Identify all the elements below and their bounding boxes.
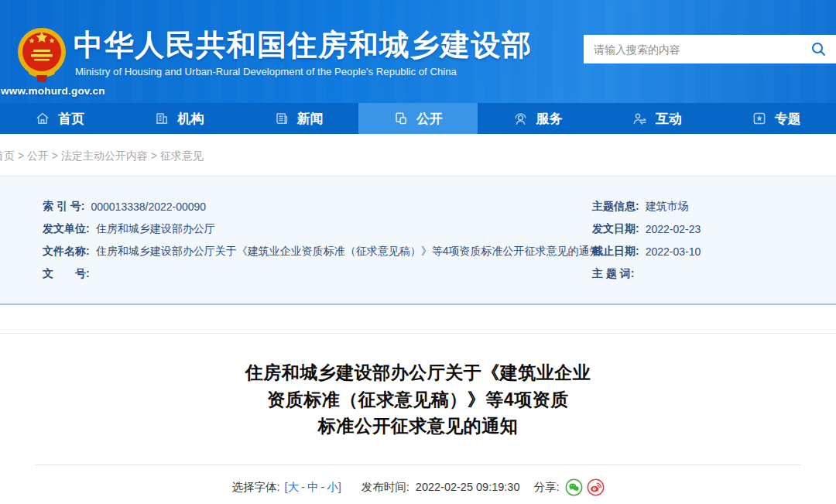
search-icon (810, 41, 827, 57)
article-meta-bar: 选择字体: [ 大 - 中 - 小 ] 发布时间: 2022-02-25 09:… (0, 475, 836, 499)
article-title-line: 资质标准（征求意见稿）》等4项资质 (0, 386, 836, 413)
font-select-label: 选择字体: (232, 480, 280, 495)
meta-column-left: 索 引 号: 000013338/2022-00090 发文单位: 住房和城乡建… (43, 195, 600, 285)
meta-value: 建筑市场 (646, 200, 689, 214)
meta-row-keywords: 主 题 词: (592, 262, 701, 285)
nav-item-label: 新闻 (297, 110, 324, 128)
font-size-small-button[interactable]: 小 (327, 480, 338, 495)
meta-row-document-number: 文 号: (43, 262, 600, 285)
article-title-line: 标准公开征求意见的通知 (0, 413, 836, 440)
article-title-line: 住房和城乡建设部办公厅关于《建筑业企业 (0, 359, 836, 386)
site-title: 中华人民共和国住房和城乡建设部 (74, 26, 533, 65)
nav-item-interaction[interactable]: 互动 (597, 103, 716, 134)
organization-icon (154, 111, 170, 126)
meta-row-index-number: 索 引 号: 000013338/2022-00090 (43, 195, 600, 218)
news-icon (274, 111, 290, 126)
share-label: 分享: (533, 480, 559, 495)
meta-label: 主 题 词: (592, 267, 634, 281)
document-meta-panel: 索 引 号: 000013338/2022-00090 发文单位: 住房和城乡建… (0, 176, 836, 305)
national-emblem-icon (16, 24, 67, 85)
search-input[interactable] (584, 35, 800, 63)
meta-label: 截止日期: (592, 245, 639, 259)
nav-item-topics[interactable]: 专题 (717, 103, 836, 134)
font-size-large-button[interactable]: 大 (288, 480, 300, 495)
search-button[interactable] (800, 35, 836, 63)
meta-row-topic-info: 主题信息: 建筑市场 (592, 195, 701, 218)
meta-value: 000013338/2022-00090 (91, 201, 206, 213)
weibo-share-icon[interactable] (587, 478, 605, 496)
dash-separator: - (320, 481, 324, 493)
breadcrumb[interactable]: 首页 > 公开 > 法定主动公开内容 > 征求意见 (0, 149, 204, 163)
nav-item-label: 互动 (656, 110, 682, 128)
meta-row-issue-date: 发文日期: 2022-02-23 (592, 218, 701, 240)
meta-value: 住房和城乡建设部办公厅关于《建筑业企业资质标准（征求意见稿）》等4项资质标准公开… (96, 245, 601, 259)
nav-item-disclosure[interactable]: 公开 (358, 103, 478, 134)
home-icon (35, 111, 50, 126)
wechat-share-icon[interactable] (565, 478, 583, 496)
meta-row-document-title: 文件名称: 住房和城乡建设部办公厅关于《建筑业企业资质标准（征求意见稿）》等4项… (43, 240, 600, 262)
nav-item-label: 公开 (416, 110, 443, 128)
meta-value: 住房和城乡建设部办公厅 (96, 222, 215, 236)
meta-row-deadline-date: 截止日期: 2022-03-10 (592, 240, 701, 262)
main-nav: 首页 机构 新闻 公开 (0, 103, 836, 134)
meta-value: 2022-03-10 (646, 245, 701, 258)
nav-item-organization[interactable]: 机构 (119, 103, 238, 134)
meta-label: 文件名称: (43, 245, 90, 259)
meta-row-issuing-unit: 发文单位: 住房和城乡建设部办公厅 (43, 218, 600, 240)
title-divider (35, 465, 801, 465)
nav-item-label: 专题 (775, 110, 801, 128)
nav-item-label: 机构 (177, 110, 204, 128)
meta-label: 文 号: (43, 267, 90, 281)
breadcrumb-bar: 首页 > 公开 > 法定主动公开内容 > 征求意见 (0, 134, 836, 176)
topics-icon (752, 111, 767, 126)
site-subtitle: Ministry of Housing and Urban-Rural Deve… (75, 66, 457, 77)
nav-item-label: 服务 (536, 110, 563, 128)
publish-time-label: 发布时间: (361, 480, 409, 495)
article-title: 住房和城乡建设部办公厅关于《建筑业企业 资质标准（征求意见稿）》等4项资质 标准… (0, 359, 836, 440)
font-size-medium-button[interactable]: 中 (307, 480, 319, 495)
meta-label: 发文单位: (43, 222, 90, 236)
bracket-close: ] (338, 481, 341, 493)
nav-item-services[interactable]: 服务 (478, 103, 597, 134)
meta-label: 索 引 号: (43, 200, 84, 214)
interaction-icon (632, 111, 648, 127)
search-box (584, 35, 836, 63)
site-url: www.mohurd.gov.cn (1, 85, 105, 97)
nav-item-label: 首页 (58, 110, 84, 128)
publish-time-value: 2022-02-25 09:19:30 (416, 481, 520, 493)
meta-value: 2022-02-23 (646, 223, 701, 235)
section-divider (0, 333, 836, 334)
meta-column-right: 主题信息: 建筑市场 发文日期: 2022-02-23 截止日期: 2022-0… (592, 195, 701, 285)
nav-item-news[interactable]: 新闻 (239, 103, 358, 134)
nav-item-home[interactable]: 首页 (0, 103, 119, 134)
disclosure-icon (393, 111, 409, 126)
service-icon (512, 111, 529, 127)
meta-label: 发文日期: (592, 222, 639, 236)
meta-label: 主题信息: (592, 200, 639, 214)
dash-separator: - (301, 481, 305, 493)
site-header: www.mohurd.gov.cn 中华人民共和国住房和城乡建设部 Minist… (0, 0, 836, 103)
